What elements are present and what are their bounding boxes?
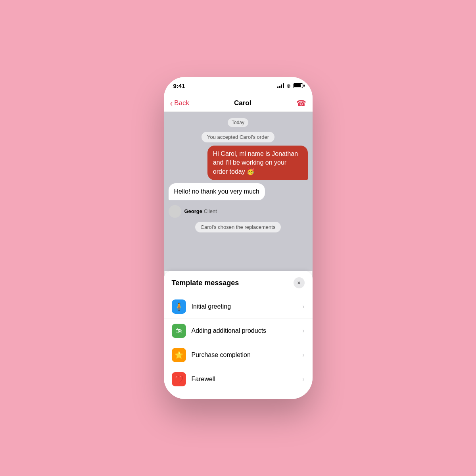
initial-greeting-icon: 🧍 (172, 299, 186, 314)
nav-bar: ‹ Back Carol ☎ (164, 94, 313, 112)
status-time: 9:41 (173, 83, 185, 89)
status-bar: 9:41 ⊛ (164, 77, 313, 94)
template-header: Template messages × (164, 277, 313, 295)
avatar (169, 205, 181, 218)
phone-frame: 9:41 ⊛ ‹ Back Carol ☎ Today You accepted… (164, 77, 313, 399)
chevron-right-icon: › (302, 327, 304, 334)
adding-products-icon: 🛍 (172, 324, 186, 338)
nav-title: Carol (234, 99, 251, 107)
template-label-initial-greeting: Initial greeting (192, 303, 297, 310)
back-label: Back (174, 99, 189, 107)
system-message-order-accepted: You accepted Carol's order (202, 132, 274, 142)
phone-icon[interactable]: ☎ (296, 98, 306, 108)
template-item-farewell[interactable]: ❤️ Farewell › (164, 367, 313, 391)
sender-name: George Client (184, 208, 217, 214)
template-panel-title: Template messages (172, 279, 239, 287)
outgoing-bubble: Hi Carol, mi name is Jonathan and I'll b… (207, 146, 308, 180)
chat-area: Today You accepted Carol's order Hi Caro… (164, 112, 313, 271)
back-chevron-icon: ‹ (170, 99, 173, 107)
chevron-right-icon: › (302, 303, 304, 310)
signal-icon (277, 83, 284, 88)
incoming-bubble: Hello! no thank you very much (169, 183, 265, 200)
template-item-adding-products[interactable]: 🛍 Adding additional products › (164, 319, 313, 343)
date-label: Today (228, 118, 248, 127)
template-label-purchase-completion: Purchase completion (192, 351, 297, 359)
template-list: 🧍 Initial greeting › 🛍 Adding additional… (164, 295, 313, 391)
template-item-initial-greeting[interactable]: 🧍 Initial greeting › (164, 295, 313, 319)
template-close-button[interactable]: × (294, 277, 305, 288)
back-button[interactable]: ‹ Back (170, 99, 189, 107)
sender-info: George Client (169, 205, 308, 218)
battery-icon (293, 83, 303, 88)
chevron-right-icon: › (302, 376, 304, 383)
chevron-right-icon: › (302, 351, 304, 359)
notch (214, 77, 262, 89)
template-panel: Template messages × 🧍 Initial greeting ›… (164, 271, 313, 399)
wifi-icon: ⊛ (286, 83, 291, 89)
system-message-carol-replacements: Carol's chosen the replacements (195, 222, 281, 232)
template-item-purchase-completion[interactable]: ⭐ Purchase completion › (164, 343, 313, 367)
status-icons: ⊛ (277, 83, 303, 89)
template-label-farewell: Farewell (192, 376, 297, 383)
template-label-adding-products: Adding additional products (192, 327, 297, 334)
purchase-completion-icon: ⭐ (172, 348, 186, 362)
farewell-icon: ❤️ (172, 372, 186, 386)
